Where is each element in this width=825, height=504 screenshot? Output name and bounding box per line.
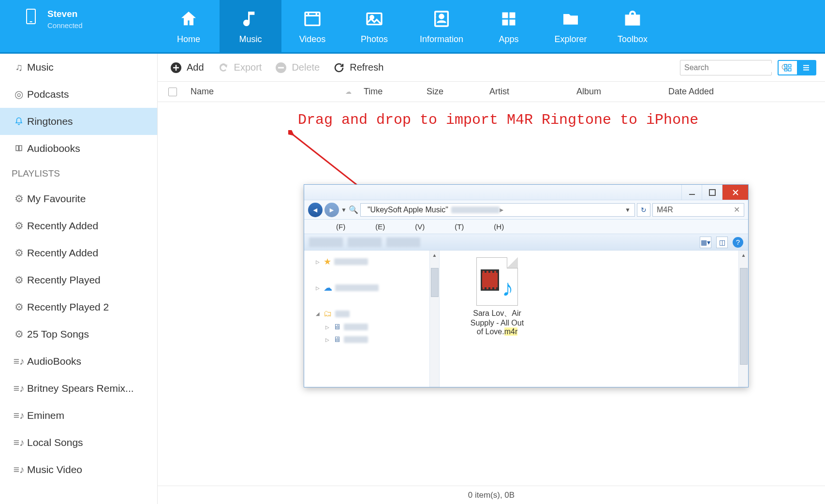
drop-area[interactable]: Drag and drop to import M4R Ringtone to … [158,102,825,486]
clear-search-icon[interactable]: ✕ [734,205,740,214]
svg-rect-6 [510,12,516,18]
home-icon [178,8,199,30]
grid-view-button[interactable] [779,61,797,74]
nav-videos[interactable]: Videos [281,0,343,52]
phone-icon [26,9,36,24]
sidebar-item-podcasts[interactable]: ◎ Podcasts [0,81,157,108]
explorer-files[interactable]: ♪ Sara Lov、Air Supply - All Out of Love.… [440,251,748,387]
minimize-button[interactable] [681,185,702,200]
col-name[interactable]: Name [191,87,345,97]
col-size[interactable]: Size [427,87,489,97]
nav-home[interactable]: Home [158,0,220,52]
back-button[interactable]: ◄ [308,203,323,217]
menu-item[interactable] [428,222,451,231]
list-view-button[interactable] [797,61,815,74]
breadcrumb-segment[interactable]: "UkeySoft Apple Music" [365,206,451,214]
delete-button[interactable]: Delete [271,60,324,75]
tree-item[interactable]: ◢🗂 [307,307,436,321]
address-bar[interactable]: "UkeySoft Apple Music" ▸ ▼ [360,203,635,217]
playlist-item[interactable]: ⚙Recently Played [0,267,157,294]
col-artist[interactable]: Artist [489,87,576,97]
tree-scrollbar[interactable]: ▲ [429,251,439,387]
top-nav: Steven Connected Home Music Videos Phot [0,0,825,52]
addr-dropdown[interactable]: ▼ [625,207,631,213]
nav-explorer[interactable]: Explorer [540,0,602,52]
export-button[interactable]: Export [214,60,266,75]
search-box[interactable] [680,60,772,75]
nav-music[interactable]: Music [220,0,281,52]
sidebar-item-ringtones[interactable]: Ringtones [0,108,157,135]
playlist-item[interactable]: ≡♪Britney Spears Remix... [0,375,157,402]
playlist-item[interactable]: ⚙My Favourite [0,185,157,212]
playlist-item[interactable]: ⚙Recently Added [0,212,157,239]
menu-item[interactable] [389,222,411,231]
book-icon [14,143,24,154]
music-icon [240,8,261,30]
export-icon [218,62,229,74]
search-input[interactable] [684,63,781,72]
history-dropdown[interactable]: ▼ [341,207,347,213]
add-button[interactable]: Add [166,60,208,75]
gear-icon: ⚙ [14,193,24,204]
col-time[interactable]: Time [364,87,427,97]
playlist-item[interactable]: ⚙Recently Added [0,239,157,267]
playlist-label: Recently Played 2 [27,301,109,313]
playlist-item[interactable]: ≡♪AudioBooks [0,348,157,375]
select-all-checkbox[interactable] [168,88,177,96]
close-button[interactable] [722,185,748,200]
refresh-addr-button[interactable]: ↻ [637,203,650,217]
files-scrollbar[interactable]: ▲ [738,251,748,387]
playlist-item[interactable]: ⚙Recently Played 2 [0,294,157,321]
podcast-icon: ◎ [14,89,24,100]
svg-rect-5 [502,12,508,18]
main-area: ♫ Music ◎ Podcasts Ringtones Audiobooks … [0,52,825,504]
list-icon: ≡♪ [14,383,24,394]
forward-button[interactable]: ► [324,203,339,217]
col-album[interactable]: Album [576,87,668,97]
toolbar-item[interactable] [309,237,343,247]
tree-item[interactable]: ▷🖥 [307,321,436,333]
preview-pane-button[interactable]: ◫ [716,237,728,248]
nav-photos[interactable]: Photos [343,0,405,52]
gear-icon: ⚙ [14,248,24,258]
explorer-search[interactable]: M4R ✕ [652,203,744,217]
refresh-button[interactable]: Refresh [329,60,387,75]
nav-items: Home Music Videos Photos Information [158,0,663,52]
sidebar-item-audiobooks[interactable]: Audiobooks [0,135,157,162]
explorer-toolbar: ▦▾ ◫ ? [304,234,748,251]
playlist-label: AudioBooks [27,356,81,367]
chevron-right-icon[interactable]: ▸ [500,205,503,214]
playlist-item[interactable]: ≡♪Eminem [0,402,157,429]
playlist-label: My Favourite [27,193,86,205]
photos-icon [364,8,385,30]
menu-item[interactable] [349,222,371,231]
file-item[interactable]: ♪ Sara Lov、Air Supply - All Out of Love.… [461,257,533,336]
sidebar: ♫ Music ◎ Podcasts Ringtones Audiobooks … [0,54,158,504]
menu-item[interactable] [310,222,332,231]
playlist-item[interactable]: ≡♪Music Video [0,456,157,483]
toolbar-item[interactable] [348,237,382,247]
help-button[interactable]: ? [733,237,743,248]
nav-apps[interactable]: Apps [478,0,540,52]
svg-rect-0 [305,12,320,25]
view-mode-button[interactable]: ▦▾ [700,237,711,248]
playlist-label: Music Video [27,464,82,475]
plus-icon [170,62,182,74]
playlist-item[interactable]: ⚙25 Top Songs [0,321,157,348]
window-titlebar[interactable] [304,185,748,200]
nav-information[interactable]: Information [405,0,478,52]
tree-item[interactable]: ▷🖥 [307,333,436,346]
list-icon: ≡♪ [14,464,24,475]
sidebar-item-music[interactable]: ♫ Music [0,54,157,81]
maximize-button[interactable] [702,185,722,200]
status-bar: 0 item(s), 0B [158,486,825,504]
toolbar-item[interactable] [386,237,420,247]
apps-icon [498,8,519,30]
tree-item[interactable]: ▷☁ [307,281,436,295]
col-date-added[interactable]: Date Added [668,87,714,97]
tree-item[interactable]: ▷★ [307,254,436,269]
nav-toolbox[interactable]: Toolbox [602,0,663,52]
playlist-item[interactable]: ≡♪Local Songs [0,429,157,456]
content-panel: Add Export Delete Refresh [158,54,825,504]
menu-item[interactable] [468,222,490,231]
